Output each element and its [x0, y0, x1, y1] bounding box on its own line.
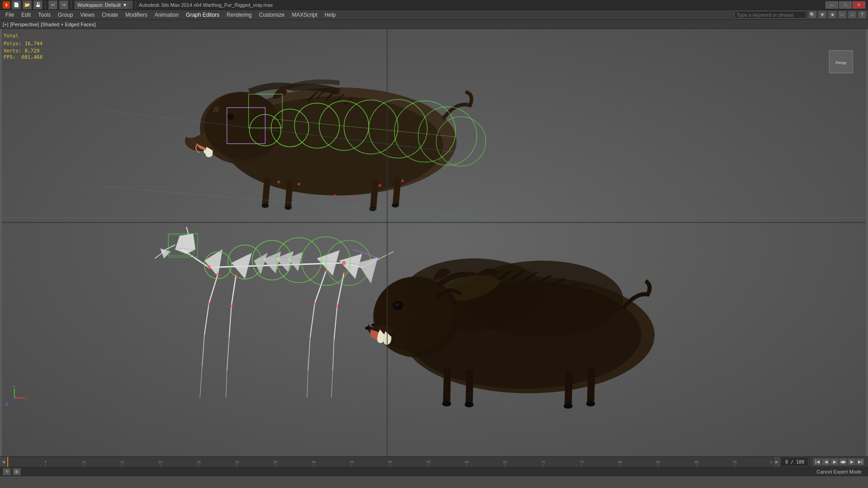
svg-point-48 — [352, 196, 354, 199]
workspace-selector[interactable]: Workspace: Default ▼ — [74, 0, 133, 9]
undo-btn[interactable]: ↩ — [48, 0, 57, 9]
polys-value: 16,744 — [24, 41, 42, 47]
timeline-area: ◀ 05101520253035404550556065707580859095… — [0, 456, 868, 466]
redo-btn[interactable]: ↪ — [59, 0, 68, 9]
svg-point-133 — [564, 403, 573, 408]
svg-point-45 — [379, 184, 382, 187]
workspace-dropdown-icon: ▼ — [123, 2, 127, 8]
polys-label: Polys: — [4, 41, 22, 47]
timeline-tick: 60 — [465, 460, 469, 467]
maximize-btn[interactable]: □ — [839, 1, 852, 9]
svg-point-29 — [392, 203, 399, 207]
menu-modifiers[interactable]: Modifiers — [122, 10, 151, 20]
timeline-next-btn[interactable]: ▶ — [773, 457, 780, 467]
verts-value: 8,729 — [24, 48, 39, 54]
viewport-plus: [+] — [3, 22, 9, 27]
svg-line-24 — [373, 180, 376, 208]
cancel-expert-mode[interactable]: Cancel Expert Mode — [816, 469, 862, 474]
timeline-prev-btn[interactable]: ◀ — [0, 457, 7, 467]
timeline-slider[interactable]: 0510152025303540455055606570758085909510… — [7, 457, 773, 467]
viewport-shading: [Shaded + Edged Faces] — [41, 22, 95, 27]
svg-point-30 — [227, 113, 234, 120]
svg-point-132 — [465, 402, 474, 408]
menu-graph-editors[interactable]: Graph Editors — [182, 10, 223, 20]
menu-tools[interactable]: Tools — [34, 10, 54, 20]
timeline-tick: 20 — [158, 460, 162, 467]
statusbar-left: ⚙ ▦ — [3, 468, 24, 475]
fps-label-text: FPS: — [4, 54, 16, 60]
svg-point-93 — [313, 302, 316, 305]
menu-group[interactable]: Group — [54, 10, 76, 20]
timeline-tick: 50 — [388, 460, 392, 467]
skip-start-btn[interactable]: |◀ — [813, 458, 821, 465]
timeline-tick: 35 — [273, 460, 277, 467]
svg-line-128 — [469, 370, 470, 404]
svg-point-94 — [336, 304, 339, 307]
total-label: Total — [4, 33, 42, 40]
main-viewport: X Y Z Persp Total Polys: 16,744 Verts: 8… — [0, 29, 868, 456]
status-icon-1[interactable]: ⚙ — [3, 468, 11, 475]
search-input[interactable] — [734, 11, 807, 19]
menu-rendering[interactable]: Rendering — [223, 10, 255, 20]
timeline-tick: 80 — [618, 460, 622, 467]
menu-file[interactable]: File — [2, 10, 18, 20]
menu-customize[interactable]: Customize — [255, 10, 288, 20]
sep2 — [71, 1, 71, 9]
arrow-back-btn[interactable]: ← — [838, 11, 846, 19]
frame-counter: 0 / 100 — [781, 457, 808, 467]
svg-point-46 — [401, 180, 404, 183]
play-reverse-btn[interactable]: ◀▶ — [839, 458, 847, 465]
timeline-tick: 40 — [311, 460, 316, 467]
close-btn[interactable]: ✕ — [853, 1, 865, 9]
fps-stat: FPS: 601,468 — [4, 54, 42, 60]
svg-line-130 — [591, 367, 592, 403]
timeline-tick: 45 — [350, 460, 354, 467]
menu-animation[interactable]: Animation — [151, 10, 182, 20]
bookmark-btn[interactable]: ★ — [828, 11, 836, 19]
timeline-tick: 100 — [770, 460, 773, 467]
menu-edit[interactable]: Edit — [18, 10, 34, 20]
menu-views[interactable]: Views — [76, 10, 98, 20]
svg-point-92 — [343, 272, 345, 274]
svg-line-129 — [568, 370, 569, 405]
svg-point-126 — [372, 324, 375, 326]
svg-text:Z: Z — [5, 402, 8, 407]
svg-point-47 — [334, 194, 336, 197]
timeline-tick: 30 — [235, 460, 239, 467]
svg-point-43 — [277, 181, 280, 183]
timeline-tick: 65 — [503, 460, 507, 467]
svg-point-44 — [297, 183, 300, 186]
menu-maxscript[interactable]: MAXScript — [288, 10, 321, 20]
scene-svg: X Y Z Persp — [0, 29, 868, 456]
search-options-btn[interactable]: ▼ — [818, 11, 826, 19]
new-file-btn[interactable]: 📄 — [12, 0, 21, 9]
playback-controls: |◀ ◀ ▶ ◀▶ ▶ ▶| — [809, 457, 868, 467]
titlebar: 3 📄 📂 💾 ↩ ↪ Workspace: Default ▼ Autodes… — [0, 0, 868, 10]
titlebar-controls: — □ ✕ — [826, 1, 865, 9]
minimize-btn[interactable]: — — [826, 1, 838, 9]
timeline-tick: 15 — [120, 460, 124, 467]
window-title: Autodesk 3ds Max 2014 x64 Warthog_Fur_Ri… — [139, 2, 273, 8]
help-btn[interactable]: ? — [858, 11, 866, 19]
open-btn[interactable]: 📂 — [23, 0, 32, 9]
search-btn[interactable]: 🔍 — [808, 11, 816, 19]
save-btn[interactable]: 💾 — [33, 0, 42, 9]
polys-stat: Polys: 16,744 — [4, 40, 42, 48]
fps-value: 601,468 — [22, 54, 42, 60]
skip-end-btn[interactable]: ▶| — [856, 458, 864, 465]
menu-help[interactable]: Help — [321, 10, 340, 20]
timeline-tick: 10 — [82, 460, 86, 467]
arrow-fwd-btn[interactable]: → — [848, 11, 856, 19]
status-icon-2[interactable]: ▦ — [13, 468, 21, 475]
timeline-tick: 95 — [733, 460, 737, 467]
menu-create[interactable]: Create — [98, 10, 122, 20]
timeline-tick: 25 — [197, 460, 201, 467]
prev-frame-btn[interactable]: ◀ — [822, 458, 830, 465]
svg-point-96 — [230, 304, 233, 307]
play-btn[interactable]: ▶ — [830, 458, 839, 465]
svg-point-87 — [207, 266, 211, 269]
next-frame-btn[interactable]: ▶ — [848, 458, 856, 465]
timeline-tick: 70 — [541, 460, 545, 467]
svg-point-89 — [217, 273, 219, 276]
search-area: 🔍 ▼ ★ ← → ? — [734, 11, 866, 19]
